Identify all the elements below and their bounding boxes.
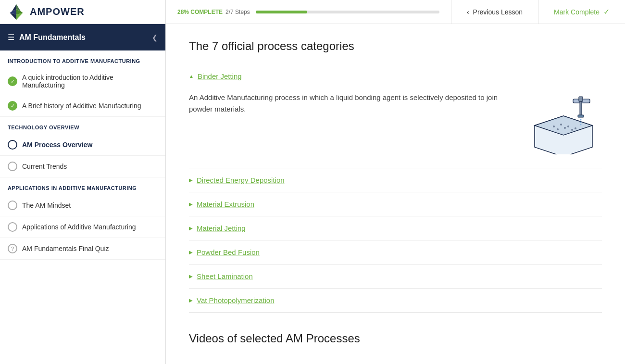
progress-steps: 2/7 Steps — [225, 9, 250, 15]
section-title-intro: Introduction to Additive Manufacturing — [0, 50, 165, 68]
sidebar-item-apps-of-am[interactable]: Applications of Additive Manufacturing — [0, 216, 165, 238]
svg-point-9 — [560, 124, 562, 126]
accordion-item-powder-bed-fusion: ▶ Powder Bed Fusion — [189, 240, 602, 264]
accordion-label-sheet-lamination: Sheet Lamination — [197, 272, 253, 280]
accordion-label-material-jetting: Material Jetting — [197, 224, 246, 232]
accordion-header-binder-jetting[interactable]: ▲ Binder Jetting — [189, 64, 602, 88]
checkmark-icon: ✓ — [603, 7, 610, 16]
sidebar-item-label: AM Process Overview — [22, 141, 92, 149]
svg-point-8 — [553, 126, 555, 127]
accordion-arrow-right-icon-5: ▶ — [189, 274, 193, 279]
main-content-heading: The 7 official process categories — [189, 39, 602, 53]
sidebar-item-label: Current Trends — [22, 163, 67, 170]
section-title-apps: Applications in Additive Manufacturing — [0, 177, 165, 195]
binder-jetting-image — [525, 92, 602, 156]
accordion-label-binder-jetting: Binder Jetting — [198, 72, 242, 80]
status-complete-icon: ✓ — [8, 76, 17, 86]
accordion-header-sheet-lamination[interactable]: ▶ Sheet Lamination — [189, 264, 602, 288]
sidebar-item-current-trends[interactable]: Current Trends — [0, 156, 165, 177]
svg-point-11 — [575, 127, 576, 129]
accordion-text-binder-jetting: An Additive Manufacturing process in whi… — [189, 92, 513, 156]
accordion-label-material-extrusion: Material Extrusion — [197, 200, 254, 208]
sidebar-item-am-process-overview[interactable]: AM Process Overview — [0, 134, 165, 156]
accordion-item-material-extrusion: ▶ Material Extrusion — [189, 192, 602, 216]
mark-complete-button[interactable]: Mark Complete ✓ — [538, 0, 625, 24]
sidebar-header-left: ☰ AM Fundamentals — [8, 33, 86, 42]
accordion-arrow-right-icon-4: ▶ — [189, 250, 193, 255]
status-complete-icon-2: ✓ — [8, 101, 17, 111]
sidebar: ☰ AM Fundamentals ❮ Introduction to Addi… — [0, 24, 166, 364]
videos-heading: Videos of selected AM Processes — [189, 332, 602, 345]
accordion-content-binder-jetting: An Additive Manufacturing process in whi… — [189, 88, 602, 168]
accordion-item-binder-jetting: ▲ Binder Jetting An Additive Manufacturi… — [189, 64, 602, 168]
svg-point-10 — [567, 126, 569, 127]
accordion-arrow-up-icon: ▲ — [189, 74, 194, 79]
chevron-left-icon: ‹ — [467, 8, 469, 16]
document-icon: ☰ — [8, 33, 14, 42]
progress-area: 28% COMPLETE 2/7 Steps — [166, 0, 451, 24]
status-circle-icon-3 — [8, 222, 17, 232]
svg-point-13 — [564, 127, 566, 129]
accordion-arrow-right-icon-6: ▶ — [189, 298, 193, 303]
status-active-icon — [8, 140, 17, 150]
svg-rect-18 — [578, 115, 584, 117]
accordion-label-powder-bed-fusion: Powder Bed Fusion — [197, 248, 260, 256]
sidebar-item-am-mindset[interactable]: The AM Mindset — [0, 195, 165, 216]
accordion-arrow-right-icon-2: ▶ — [189, 201, 193, 207]
prev-lesson-label: Previous Lesson — [473, 8, 523, 16]
sidebar-item-quick-intro[interactable]: ✓ A quick introduction to Additive Manuf… — [0, 68, 165, 95]
svg-point-14 — [571, 129, 573, 131]
accordion-header-powder-bed-fusion[interactable]: ▶ Powder Bed Fusion — [189, 240, 602, 264]
status-quiz-icon: ? — [8, 244, 17, 253]
sidebar-item-label: The AM Mindset — [22, 201, 71, 209]
accordion-item-material-jetting: ▶ Material Jetting — [189, 216, 602, 240]
progress-bar-fill — [256, 11, 307, 13]
sidebar-item-brief-history[interactable]: ✓ A Brief history of Additive Manufactur… — [0, 95, 165, 117]
svg-rect-17 — [580, 101, 582, 116]
accordion-label-ded: Directed Energy Deposition — [197, 176, 285, 184]
svg-point-12 — [557, 128, 559, 130]
svg-point-21 — [580, 124, 582, 126]
content-area: The 7 official process categories ▲ Bind… — [166, 24, 625, 364]
accordion-arrow-right-icon: ▶ — [189, 177, 193, 183]
accordion-header-material-jetting[interactable]: ▶ Material Jetting — [189, 216, 602, 240]
main-layout: ☰ AM Fundamentals ❮ Introduction to Addi… — [0, 24, 625, 364]
sidebar-item-label: A quick introduction to Additive Manufac… — [22, 74, 158, 89]
sidebar-header: ☰ AM Fundamentals ❮ — [0, 24, 165, 50]
accordion-item-vat-photo: ▶ Vat Photopolymerization — [189, 289, 602, 313]
ampower-logo-icon — [8, 3, 25, 21]
logo-area: AMPOWER — [0, 0, 166, 24]
sidebar-item-label: AM Fundamentals Final Quiz — [22, 245, 109, 252]
status-circle-icon — [8, 162, 17, 171]
logo-text: AMPOWER — [30, 6, 85, 17]
status-circle-icon-2 — [8, 201, 17, 210]
sidebar-collapse-button[interactable]: ❮ — [152, 34, 158, 41]
accordion-item-ded: ▶ Directed Energy Deposition — [189, 168, 602, 192]
progress-label: 28% COMPLETE — [177, 9, 223, 15]
top-bar: AMPOWER 28% COMPLETE 2/7 Steps ‹ Previou… — [0, 0, 625, 24]
accordion-header-ded[interactable]: ▶ Directed Energy Deposition — [189, 168, 602, 192]
mark-complete-label: Mark Complete — [554, 8, 600, 16]
sidebar-item-final-quiz[interactable]: ? AM Fundamentals Final Quiz — [0, 238, 165, 260]
accordion-item-sheet-lamination: ▶ Sheet Lamination — [189, 264, 602, 289]
svg-rect-16 — [579, 97, 583, 101]
accordion-header-material-extrusion[interactable]: ▶ Material Extrusion — [189, 192, 602, 216]
sidebar-item-label: Applications of Additive Manufacturing — [22, 223, 136, 231]
accordion-label-vat-photo: Vat Photopolymerization — [197, 296, 274, 304]
sidebar-title: AM Fundamentals — [19, 33, 86, 42]
sidebar-item-label: A Brief history of Additive Manufacturin… — [22, 102, 141, 110]
svg-point-19 — [580, 119, 582, 121]
progress-bar-container — [256, 11, 439, 13]
svg-point-20 — [580, 122, 582, 123]
accordion-arrow-right-icon-3: ▶ — [189, 226, 193, 231]
prev-lesson-button[interactable]: ‹ Previous Lesson — [451, 0, 538, 24]
accordion-header-vat-photo[interactable]: ▶ Vat Photopolymerization — [189, 289, 602, 312]
section-title-tech: TECHNOLOGY OVERVIEW — [0, 117, 165, 134]
